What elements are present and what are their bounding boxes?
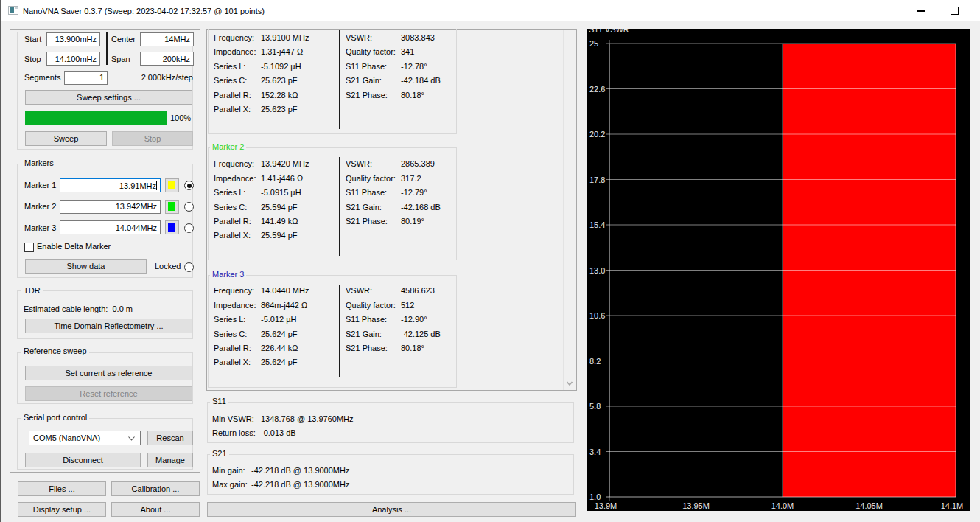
svg-text:17.8: 17.8 — [589, 175, 605, 184]
svg-text:1.0: 1.0 — [589, 493, 601, 501]
svg-text:14.1M: 14.1M — [941, 501, 964, 510]
svg-text:3.4: 3.4 — [589, 448, 601, 456]
svg-text:13.95M: 13.95M — [682, 501, 710, 510]
svg-text:15.4: 15.4 — [589, 220, 605, 229]
svg-text:22.6: 22.6 — [589, 85, 605, 94]
svg-text:14.0M: 14.0M — [771, 501, 794, 510]
svg-text:13.9M: 13.9M — [595, 501, 617, 510]
svg-text:10.6: 10.6 — [589, 311, 605, 320]
svg-text:25: 25 — [589, 39, 598, 48]
svg-text:13.0: 13.0 — [589, 266, 605, 275]
svg-text:20.2: 20.2 — [589, 130, 605, 139]
svg-text:8.2: 8.2 — [589, 357, 601, 366]
svg-text:S11 VSWR: S11 VSWR — [589, 29, 629, 34]
svg-text:5.8: 5.8 — [589, 402, 601, 411]
svg-text:14.05M: 14.05M — [855, 501, 883, 510]
